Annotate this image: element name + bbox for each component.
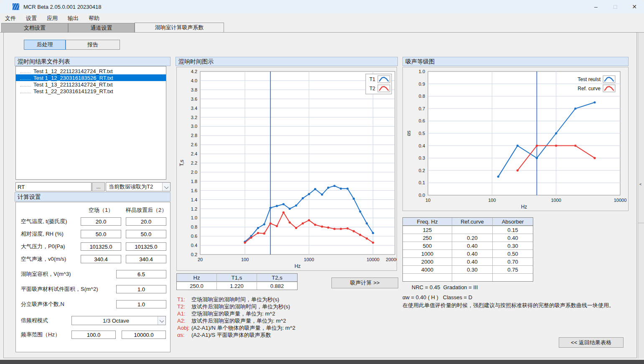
file-item[interactable]: Test 1_13_221123142724_RT.txt xyxy=(16,81,166,88)
note-key: αs: xyxy=(177,331,191,339)
svg-text:T,s: T,s xyxy=(179,160,185,166)
calc-column-headers: 空场（1） 样品放置后（2） xyxy=(21,206,167,214)
rt-name-input[interactable] xyxy=(15,182,92,191)
bottom-strip xyxy=(0,360,644,364)
minimize-button[interactable]: – xyxy=(586,0,606,13)
calc-row-3: 空气声速，v0(m/s) xyxy=(21,255,167,263)
table-cell xyxy=(452,226,493,234)
table-cell: 0.50 xyxy=(493,249,533,257)
table-cell: 500 xyxy=(403,242,452,249)
svg-text:0.4: 0.4 xyxy=(419,143,425,148)
absorb-calc-button[interactable]: 吸声计算 >> xyxy=(331,277,398,288)
calc-single-row-2: 分立吸声体个数,N xyxy=(21,300,167,308)
calc-settings-header: 计算设置 xyxy=(15,192,171,201)
note-text: 空场混响室的混响时间，单位为秒(s) xyxy=(191,296,279,303)
calc-settings-box: 空场（1） 样品放置后（2） 空气温度, t(摄氏度)相对湿度, RH (%)大… xyxy=(15,202,171,352)
file-item[interactable]: Test 1_12_230316183526_RT.txt xyxy=(16,74,166,81)
maximize-button[interactable]: □ xyxy=(606,0,625,13)
chevron-down-icon[interactable] xyxy=(158,316,165,325)
file-list: Test 1_12_221123142724_RT.txtTest 1_12_2… xyxy=(15,66,166,180)
calc-single-input[interactable] xyxy=(116,270,166,278)
svg-text:3.8: 3.8 xyxy=(191,87,197,92)
table-cell: 0.30 xyxy=(493,242,533,249)
menu-item-4[interactable]: 帮助 xyxy=(89,15,99,22)
tree-branch-icon xyxy=(20,89,31,93)
table-row[interactable]: 10000.400.50 xyxy=(403,249,533,257)
table-row[interactable]: 2500.200.40 xyxy=(403,234,533,242)
app-window: MCR Beta 2.05.0.001 20230418 – □ ✕ 文件设置应… xyxy=(0,0,644,364)
nrc-result: NRC = 0.45 Gradation = III xyxy=(412,284,478,290)
svg-text:1.0: 1.0 xyxy=(419,69,425,74)
table-cell: 0.20 xyxy=(452,234,493,242)
subtab-0[interactable]: 后处理 xyxy=(24,40,66,50)
tab-0[interactable]: 文档设置 xyxy=(1,23,68,32)
file-name: Test 1_13_221123142724_RT.txt xyxy=(33,81,113,88)
tab-strip: 文档设置通道设置混响室计算吸声系数 xyxy=(0,23,644,33)
menu-bar: 文件设置应用输出帮助 xyxy=(0,13,644,23)
calc-input-field1[interactable] xyxy=(81,242,121,251)
tree-branch-icon xyxy=(20,69,31,73)
note-key: T1: xyxy=(177,296,191,303)
svg-text:1.2: 1.2 xyxy=(191,206,197,211)
table-cell: 250.0 xyxy=(177,282,217,290)
browse-button[interactable]: ... xyxy=(92,182,105,191)
table-cell: 0.40 xyxy=(493,234,533,242)
svg-text:1.8: 1.8 xyxy=(191,179,197,184)
table-row[interactable] xyxy=(403,273,533,281)
calc-single-input[interactable] xyxy=(116,300,166,308)
table-cell: 1000 xyxy=(403,249,452,257)
calc-input-field2[interactable] xyxy=(126,217,166,226)
tab-1[interactable]: 通道设置 xyxy=(68,23,135,32)
table-row[interactable]: 40000.300.75 xyxy=(403,265,533,273)
right-splitter[interactable]: < xyxy=(638,33,644,359)
menu-item-1[interactable]: 设置 xyxy=(26,15,37,22)
table-row[interactable]: 250.01.2200.882 xyxy=(177,282,297,290)
svg-text:1000: 1000 xyxy=(304,257,314,262)
chevron-down-icon[interactable] xyxy=(162,183,170,191)
calc-single-input[interactable] xyxy=(116,285,166,293)
app-logo-icon xyxy=(13,3,19,10)
svg-text:0.8: 0.8 xyxy=(419,94,425,99)
calc-input-field1[interactable] xyxy=(81,255,121,263)
file-item[interactable]: Test 1_22_230316141219_RT.txt xyxy=(16,88,166,94)
collapse-left-icon[interactable]: < xyxy=(639,182,641,186)
octave-mode-select[interactable]: 1/3 Octave xyxy=(71,316,166,325)
calc-input-field2[interactable] xyxy=(126,255,166,263)
note-line: A2:放试件后混响室的吸声量，单位为: m^2 xyxy=(177,317,315,324)
title-bar: MCR Beta 2.05.0.001 20230418 – □ ✕ xyxy=(0,0,644,13)
menu-item-0[interactable]: 文件 xyxy=(5,15,16,22)
data-read-select[interactable]: 当前数据读取为T2 xyxy=(106,182,171,191)
rt-row: ... 当前数据读取为T2 xyxy=(15,182,171,191)
table-cell: 1.220 xyxy=(217,282,257,290)
col-header-empty-field: 空场（1） xyxy=(81,206,121,214)
table-row[interactable]: 5000.400.30 xyxy=(403,242,533,249)
close-button[interactable]: ✕ xyxy=(625,0,644,13)
freq-max-input[interactable] xyxy=(122,331,166,339)
calc-input-field2[interactable] xyxy=(126,230,166,238)
svg-text:0.0: 0.0 xyxy=(419,193,425,198)
subtab-1[interactable]: 报告 xyxy=(66,40,120,50)
back-to-results-button[interactable]: << 返回结果表格 xyxy=(559,337,624,348)
table-cell: 125 xyxy=(403,226,452,234)
file-item[interactable]: Test 1_12_221123142724_RT.txt xyxy=(16,68,166,74)
menu-item-3[interactable]: 输出 xyxy=(68,15,79,22)
table-row[interactable]: 20000.400.70 xyxy=(403,257,533,265)
tab-2[interactable]: 混响室计算吸声系数 xyxy=(135,23,224,32)
grade_chart-svg: 0.00.10.20.30.40.50.60.70.80.91.01010010… xyxy=(403,67,628,211)
table-row[interactable]: 1250.15 xyxy=(403,226,533,234)
table-cell: 0.75 xyxy=(493,265,533,273)
calc-input-field1[interactable] xyxy=(81,217,121,226)
octave-mode-value: 1/3 Octave xyxy=(72,318,158,324)
svg-text:3.4: 3.4 xyxy=(191,106,197,111)
svg-text:2.4: 2.4 xyxy=(191,151,197,156)
calc-input-field1[interactable] xyxy=(81,230,121,238)
calc-input-field2[interactable] xyxy=(126,242,166,251)
freq-min-input[interactable] xyxy=(71,331,116,339)
svg-text:T1: T1 xyxy=(369,76,375,82)
menu-item-2[interactable]: 应用 xyxy=(47,15,58,22)
calc-single-row-1: 平面吸声材料试件面积，S(m^2) xyxy=(21,285,167,293)
file-name: Test 1_12_230316183526_RT.txt xyxy=(33,75,113,81)
note-text: 空场混响室的吸声量，单位为: m^2 xyxy=(191,311,275,317)
svg-text:Test reulst: Test reulst xyxy=(578,76,601,82)
file-name: Test 1_22_230316141219_RT.txt xyxy=(33,88,113,94)
